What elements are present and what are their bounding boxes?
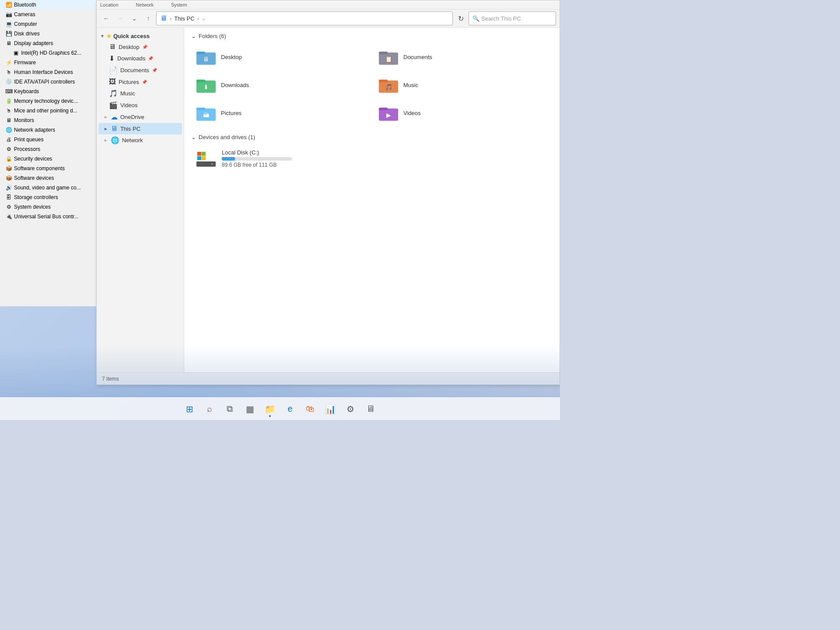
device-manager-item[interactable]: ▣Intel(R) HD Graphics 62... [0,48,98,58]
address-chevron: › [197,15,199,22]
device-label: Software components [14,165,65,172]
taskbar-store[interactable]: 🛍 [301,400,319,418]
device-manager-item[interactable]: 🔒Security devices [0,154,98,164]
folders-section-header[interactable]: ⌄ Folders (6) [191,33,553,39]
drive-fill [222,157,235,161]
sidebar-onedrive[interactable]: ► ☁ OneDrive [98,111,182,123]
device-label: Computer [14,21,37,27]
taskbar-task-view[interactable]: ⧉ [221,400,238,418]
device-manager-item[interactable]: 🖥Monitors [0,116,98,125]
device-manager-item[interactable]: 🔌Universal Serial Bus contr... [0,212,98,221]
svg-rect-18 [197,152,201,156]
sidebar-item-videos[interactable]: 🎬 Videos [98,99,182,111]
up-button[interactable]: ↑ [142,12,154,24]
sidebar-this-pc[interactable]: ► 🖥 This PC [98,123,182,134]
search-icon: 🔍 [472,15,480,22]
pictures-folder-icon: 🏔 [196,104,217,122]
taskbar-search[interactable]: ⌕ [201,400,218,418]
device-manager-item[interactable]: 🖱Human Interface Devices [0,67,98,77]
device-icon: 🖥 [5,40,12,47]
taskbar-file-explorer[interactable]: 📁 [261,400,279,418]
sidebar-item-downloads[interactable]: ⬇ Downloads 📌 [98,52,182,64]
pin-icon: 📌 [148,56,153,61]
device-manager-item[interactable]: 📦Software devices [0,173,98,183]
main-content: ⌄ Folders (6) 🖥 Desktop 📋 Documents ⬇ Do [184,28,560,372]
search-placeholder: Search This PC [481,15,521,22]
forward-button[interactable]: → [114,12,126,24]
sidebar-item-pictures[interactable]: 🖼 Pictures 📌 [98,76,182,88]
taskbar-remote-desktop[interactable]: 🖥 [362,400,379,418]
device-manager-item[interactable]: 📷Cameras [0,10,98,19]
device-label: Sound, video and game co... [14,185,81,191]
device-icon: 🔊 [5,184,12,191]
device-manager-item[interactable]: 🔋Memory technology devic... [0,96,98,106]
sidebar-network[interactable]: ► 🌐 Network [98,134,182,146]
folder-name: Pictures [221,110,242,116]
device-label: IDE ATA/ATAPI controllers [14,79,75,85]
taskbar-edge[interactable]: e [281,400,299,418]
svg-text:📋: 📋 [385,56,393,63]
onedrive-expand-icon: ► [104,115,108,119]
bg-gradient [0,345,560,397]
device-label: Network adapters [14,127,55,133]
address-separator: › [170,15,172,22]
ribbon-location-label: Location [100,2,119,7]
device-manager-item[interactable]: 💾Disk drives [0,29,98,38]
device-icon: 🖨 [5,136,12,143]
recent-button[interactable]: ⌄ [128,12,140,24]
device-icon: 📶 [5,1,12,8]
quick-access-header[interactable]: ▼ ★ Quick access [97,31,184,41]
sidebar-item-label: Documents [120,67,149,74]
device-label: Processors [14,146,40,152]
sidebar-item-documents[interactable]: 📄 Documents 📌 [98,64,182,76]
device-manager-item[interactable]: ⚙System devices [0,202,98,212]
device-manager-item[interactable]: 🗄Storage controllers [0,192,98,202]
device-manager-item[interactable]: 🔊Sound, video and game co... [0,183,98,192]
desktop-icon: 🖥 [109,43,116,51]
folder-downloads[interactable]: ⬇ Downloads [191,73,370,97]
device-manager-item[interactable]: 🖨Print queues [0,135,98,144]
ribbon-group-location: Location [100,2,119,7]
drives-chevron: ⌄ [191,134,196,140]
search-bar[interactable]: 🔍 Search This PC [469,11,556,25]
drives-label: Devices and drives (1) [199,134,255,140]
device-manager-item[interactable]: 🖱Mice and other pointing d... [0,106,98,116]
folder-music[interactable]: 🎵 Music [374,73,553,97]
device-icon: 🌐 [5,126,12,133]
taskbar-widgets[interactable]: ▦ [241,400,259,418]
taskbar-settings[interactable]: ⚙ [342,400,359,418]
network-icon: 🌐 [111,136,119,144]
local-disk-item[interactable]: Local Disk (C:) 89.6 GB free of 111 GB [191,146,553,172]
taskbar-windows-start[interactable]: ⊞ [181,400,198,418]
device-manager-item[interactable]: 💻Computer [0,19,98,29]
taskbar-monitor-control[interactable]: 📊 [322,400,339,418]
device-manager-item[interactable]: 💿IDE ATA/ATAPI controllers [0,77,98,87]
device-manager-item[interactable]: ⚡Firmware [0,58,98,67]
device-manager-item[interactable]: 📦Software components [0,164,98,173]
refresh-button[interactable]: ↻ [455,12,467,24]
address-dropdown: ⌄ [202,16,206,21]
address-bar[interactable]: 🖥 › This PC › ⌄ [156,11,453,25]
device-icon: 💻 [5,21,12,28]
content-area: ▼ ★ Quick access 🖥 Desktop 📌 ⬇ Downloads… [97,28,560,372]
drive-icon [196,150,217,168]
device-manager-item[interactable]: ⚙Processors [0,144,98,154]
documents-folder-icon: 📋 [378,48,399,66]
device-label: Storage controllers [14,194,58,200]
drive-info: Local Disk (C:) 89.6 GB free of 111 GB [222,149,292,168]
device-manager-item[interactable]: ⌨Keyboards [0,87,98,96]
device-icon: 🔒 [5,155,12,162]
folder-videos[interactable]: ▶ Videos [374,101,553,125]
folder-pictures[interactable]: 🏔 Pictures [191,101,370,125]
svg-rect-4 [379,52,388,54]
folders-grid: 🖥 Desktop 📋 Documents ⬇ Downloads 🎵 Musi… [191,45,553,125]
drives-section-header[interactable]: ⌄ Devices and drives (1) [191,134,553,140]
sidebar-item-desktop[interactable]: 🖥 Desktop 📌 [98,41,182,52]
back-button[interactable]: ← [100,12,112,24]
device-manager-item[interactable]: 🖥Display adapters [0,38,98,48]
folder-documents[interactable]: 📋 Documents [374,45,553,69]
device-manager-item[interactable]: 📶Bluetooth [0,0,98,10]
folder-desktop[interactable]: 🖥 Desktop [191,45,370,69]
device-manager-item[interactable]: 🌐Network adapters [0,125,98,135]
sidebar-item-music[interactable]: 🎵 Music [98,88,182,99]
